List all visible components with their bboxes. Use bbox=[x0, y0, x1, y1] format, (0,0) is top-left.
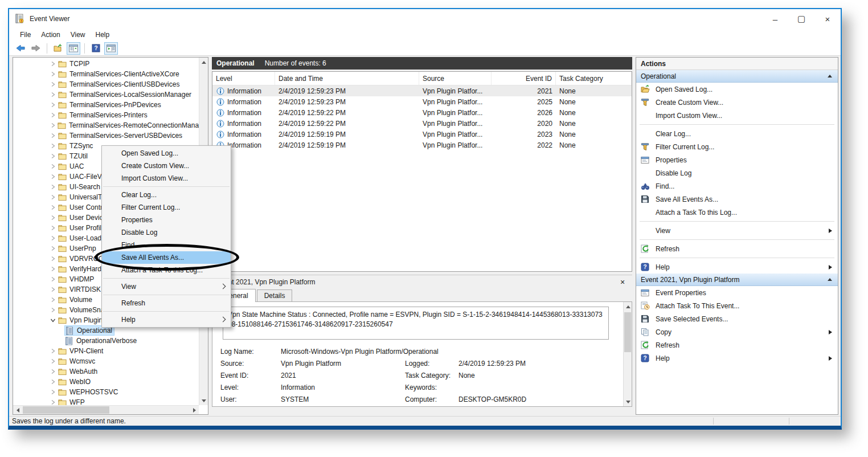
tab-details[interactable]: Details bbox=[257, 289, 293, 301]
tree-item-terminalservices-pnpdevices[interactable]: TerminalServices-PnPDevices bbox=[13, 100, 199, 110]
chevron-right-icon[interactable] bbox=[48, 235, 58, 242]
tree-item-wfp[interactable]: WFP bbox=[13, 397, 199, 405]
chevron-right-icon[interactable] bbox=[48, 255, 58, 262]
tree-horizontal-scrollbar[interactable] bbox=[13, 405, 199, 414]
chevron-right-icon[interactable] bbox=[48, 163, 58, 170]
event-row[interactable]: Information2/4/2019 12:59:22 PMVpn Plugi… bbox=[212, 118, 632, 129]
preview-vertical-scrollbar[interactable] bbox=[623, 302, 632, 406]
action-save-selected-events-[interactable]: Save Selected Events... bbox=[636, 312, 838, 325]
scroll-down-button[interactable] bbox=[624, 397, 632, 406]
menu-item-find-[interactable]: Find... bbox=[102, 239, 231, 251]
chevron-right-icon[interactable] bbox=[48, 194, 58, 201]
scroll-left-button[interactable] bbox=[13, 406, 22, 415]
event-row[interactable]: Information2/4/2019 12:59:19 PMVpn Plugi… bbox=[212, 129, 632, 140]
export-folder-button[interactable] bbox=[51, 42, 65, 55]
event-row[interactable]: Information2/4/2019 12:59:23 PMVpn Plugi… bbox=[212, 96, 632, 107]
menu-item-create-custom-view-[interactable]: Create Custom View... bbox=[102, 160, 231, 172]
minimize-button[interactable]: – bbox=[762, 9, 788, 28]
menu-item-import-custom-view-[interactable]: Import Custom View... bbox=[102, 172, 231, 185]
action-pane-button[interactable] bbox=[104, 42, 118, 55]
action-clear-log-[interactable]: Clear Log... bbox=[636, 127, 838, 140]
tree-item-webauth[interactable]: WebAuth bbox=[13, 366, 199, 377]
help-badge-button[interactable]: ? bbox=[89, 42, 103, 55]
menu-action[interactable]: Action bbox=[36, 30, 65, 40]
action-save-all-events-as-[interactable]: Save All Events As... bbox=[636, 193, 838, 206]
tree-item-tcpip[interactable]: TCPIP bbox=[13, 59, 199, 69]
tree-item-terminalservices-clientactivexcore[interactable]: TerminalServices-ClientActiveXCore bbox=[13, 69, 199, 79]
action-help[interactable]: ?Help bbox=[636, 352, 838, 365]
menu-item-help[interactable]: Help bbox=[102, 313, 231, 326]
collapse-icon[interactable] bbox=[828, 278, 832, 281]
action-refresh[interactable]: Refresh bbox=[636, 242, 838, 255]
tree-item-terminalservices-serverusbdevices[interactable]: TerminalServices-ServerUSBDevices bbox=[13, 130, 199, 141]
action-find-[interactable]: Find... bbox=[636, 179, 838, 193]
action-copy[interactable]: Copy bbox=[636, 325, 838, 338]
menu-item-disable-log[interactable]: Disable Log bbox=[102, 226, 231, 239]
event-row[interactable]: Information2/4/2019 12:59:19 PMVpn Plugi… bbox=[212, 140, 632, 150]
action-attach-task-to-this-event-[interactable]: Attach Task To This Event... bbox=[636, 299, 838, 312]
chevron-right-icon[interactable] bbox=[48, 378, 58, 385]
chevron-right-icon[interactable] bbox=[48, 266, 58, 272]
actions-section-header[interactable]: Operational bbox=[636, 70, 838, 83]
chevron-right-icon[interactable] bbox=[48, 132, 58, 139]
chevron-right-icon[interactable] bbox=[48, 204, 58, 211]
actions-section-header[interactable]: Event 2021, Vpn Plugin Platform bbox=[636, 274, 838, 286]
forward-arrow-button[interactable] bbox=[29, 42, 43, 55]
action-filter-current-log-[interactable]: Filter Current Log... bbox=[636, 140, 838, 153]
action-disable-log[interactable]: Disable Log bbox=[636, 166, 838, 179]
chevron-right-icon[interactable] bbox=[48, 389, 58, 395]
chevron-right-icon[interactable] bbox=[48, 296, 58, 303]
chevron-right-icon[interactable] bbox=[48, 307, 58, 313]
menu-item-refresh[interactable]: Refresh bbox=[102, 297, 231, 309]
menu-file[interactable]: File bbox=[15, 30, 36, 40]
chevron-right-icon[interactable] bbox=[48, 91, 58, 98]
column-header-task-category[interactable]: Task Category bbox=[556, 72, 632, 85]
chevron-right-icon[interactable] bbox=[48, 142, 58, 149]
column-header-level[interactable]: Level bbox=[212, 72, 275, 85]
chevron-right-icon[interactable] bbox=[48, 225, 58, 231]
tree-hscroll-thumb[interactable] bbox=[23, 406, 109, 414]
action-open-saved-log-[interactable]: Open Saved Log... bbox=[636, 83, 838, 96]
column-header-event-id[interactable]: Event ID bbox=[492, 72, 556, 85]
chevron-right-icon[interactable] bbox=[48, 153, 58, 160]
chevron-right-icon[interactable] bbox=[48, 173, 58, 180]
tree-item-terminalservices-remoteconnectionmana[interactable]: TerminalServices-RemoteConnectionMana bbox=[13, 120, 199, 130]
action-event-properties[interactable]: Event Properties bbox=[636, 286, 838, 299]
column-header-source[interactable]: Source bbox=[419, 72, 492, 85]
action-view[interactable]: View bbox=[636, 224, 838, 237]
scroll-right-button[interactable] bbox=[190, 406, 199, 415]
chevron-down-icon[interactable] bbox=[48, 317, 58, 324]
chevron-right-icon[interactable] bbox=[48, 71, 58, 77]
tree-item-terminalservices-printers[interactable]: TerminalServices-Printers bbox=[13, 110, 199, 120]
chevron-right-icon[interactable] bbox=[48, 60, 58, 67]
scroll-up-button[interactable] bbox=[199, 58, 208, 67]
chevron-right-icon[interactable] bbox=[48, 276, 58, 283]
chevron-right-icon[interactable] bbox=[48, 183, 58, 190]
tree-item-vpn-client[interactable]: VPN-Client bbox=[13, 346, 199, 356]
chevron-right-icon[interactable] bbox=[48, 101, 58, 108]
close-preview-icon[interactable]: × bbox=[617, 278, 628, 287]
chevron-right-icon[interactable] bbox=[48, 214, 58, 221]
tree-item-operationalverbose[interactable]: OperationalVerbose bbox=[13, 336, 199, 346]
chevron-right-icon[interactable] bbox=[48, 399, 58, 405]
menu-item-properties[interactable]: Properties bbox=[102, 214, 231, 226]
column-header-date-and-time[interactable]: Date and Time bbox=[275, 72, 419, 85]
menu-item-open-saved-log-[interactable]: Open Saved Log... bbox=[102, 147, 231, 160]
chevron-right-icon[interactable] bbox=[48, 112, 58, 119]
back-arrow-button[interactable] bbox=[14, 42, 27, 55]
chevron-right-icon[interactable] bbox=[48, 348, 58, 354]
tree-item-terminalservices-clientusbdevices[interactable]: TerminalServices-ClientUSBDevices bbox=[13, 79, 199, 89]
menu-item-attach-a-task-to-this-log-[interactable]: Attach a Task To this Log... bbox=[102, 264, 231, 276]
action-create-custom-view-[interactable]: Create Custom View... bbox=[636, 96, 838, 109]
chevron-right-icon[interactable] bbox=[48, 81, 58, 88]
menu-item-save-all-events-as-[interactable]: Save All Events As... bbox=[102, 251, 231, 264]
console-tree-button[interactable] bbox=[67, 42, 80, 55]
chevron-right-icon[interactable] bbox=[48, 245, 58, 252]
chevron-right-icon[interactable] bbox=[48, 122, 58, 129]
action-properties[interactable]: Properties bbox=[636, 153, 838, 166]
action-refresh[interactable]: Refresh bbox=[636, 338, 838, 352]
scroll-up-button[interactable] bbox=[624, 302, 632, 311]
menu-item-filter-current-log-[interactable]: Filter Current Log... bbox=[102, 201, 231, 214]
close-button[interactable]: × bbox=[814, 9, 841, 28]
menu-view[interactable]: View bbox=[65, 30, 91, 40]
